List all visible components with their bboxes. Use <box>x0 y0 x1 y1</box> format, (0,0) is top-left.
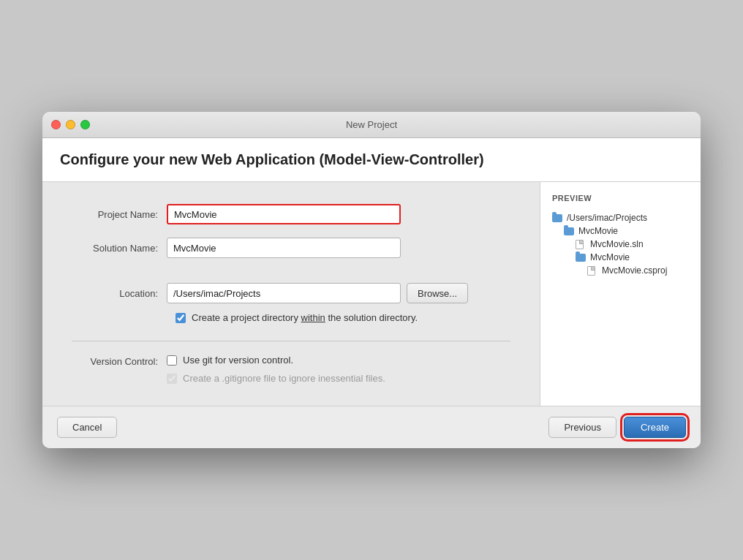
use-git-checkbox[interactable] <box>167 355 177 366</box>
gitignore-checkbox[interactable] <box>167 374 177 384</box>
folder-icon-mvcmovie <box>564 227 576 235</box>
folder-icon-root <box>552 213 564 222</box>
folder-icon-mvcmovie-sub <box>576 253 587 262</box>
minimize-button[interactable] <box>66 120 75 129</box>
version-control-section: Version Control: Use git for version con… <box>72 355 510 384</box>
create-dir-label: Create a project directory within the so… <box>192 312 418 323</box>
tree-item-root: /Users/imac/Projects <box>552 211 689 224</box>
version-options: Use git for version control. Create a .g… <box>167 355 385 384</box>
file-icon-csproj <box>587 266 599 275</box>
close-button[interactable] <box>51 120 61 129</box>
tree-item-csproj: MvcMovie.csproj <box>552 264 689 277</box>
location-input[interactable] <box>167 283 401 303</box>
project-name-input[interactable] <box>167 204 401 224</box>
project-name-row: Project Name: <box>72 204 510 224</box>
tree-label-mvcmovie-root: MvcMovie <box>578 226 618 236</box>
traffic-lights <box>51 120 90 129</box>
cancel-button[interactable]: Cancel <box>57 417 117 438</box>
maximize-button[interactable] <box>80 120 90 129</box>
location-label: Location: <box>72 288 167 299</box>
location-row: Location: Browse... <box>72 283 510 303</box>
tree-item-mvcmovie-sub: MvcMovie <box>552 251 689 264</box>
tree-label-root: /Users/imac/Projects <box>567 213 647 223</box>
use-git-row: Use git for version control. <box>167 355 385 366</box>
create-dir-checkbox[interactable] <box>176 313 186 323</box>
gitignore-row: Create a .gitignore file to ignore iness… <box>167 373 385 384</box>
browse-button[interactable]: Browse... <box>407 283 468 303</box>
form-panel: Project Name: Solution Name: Location: B… <box>42 182 540 406</box>
file-icon-sln <box>576 240 587 249</box>
preview-title: PREVIEW <box>552 194 689 203</box>
tree-item-sln: MvcMovie.sln <box>552 238 689 251</box>
main-window: New Project Configure your new Web Appli… <box>42 112 701 448</box>
solution-name-input[interactable] <box>167 238 401 258</box>
create-dir-row: Create a project directory within the so… <box>72 312 510 323</box>
content-area: Project Name: Solution Name: Location: B… <box>42 182 701 406</box>
create-button[interactable]: Create <box>624 417 686 438</box>
title-bar: New Project <box>42 112 701 138</box>
window-body: Configure your new Web Application (Mode… <box>42 138 701 448</box>
footer: Cancel Previous Create <box>42 406 701 448</box>
project-name-label: Project Name: <box>72 209 167 220</box>
window-title: New Project <box>346 119 397 130</box>
dialog-header: Configure your new Web Application (Mode… <box>42 138 701 182</box>
solution-name-row: Solution Name: <box>72 238 510 258</box>
gitignore-label: Create a .gitignore file to ignore iness… <box>183 373 385 384</box>
use-git-label: Use git for version control. <box>183 355 293 366</box>
preview-panel: PREVIEW /Users/imac/Projects MvcMovie <box>540 182 701 406</box>
previous-button[interactable]: Previous <box>548 417 616 438</box>
tree-label-csproj: MvcMovie.csproj <box>602 265 667 276</box>
solution-name-label: Solution Name: <box>72 243 167 254</box>
tree-label-sln: MvcMovie.sln <box>590 239 644 249</box>
tree-item-mvcmovie-root: MvcMovie <box>552 224 689 238</box>
tree-label-mvcmovie-sub: MvcMovie <box>590 252 630 262</box>
version-control-label: Version Control: <box>72 355 167 367</box>
footer-right: Previous Create <box>548 417 686 438</box>
separator <box>72 341 510 341</box>
dialog-title: Configure your new Web Application (Mode… <box>60 151 484 167</box>
